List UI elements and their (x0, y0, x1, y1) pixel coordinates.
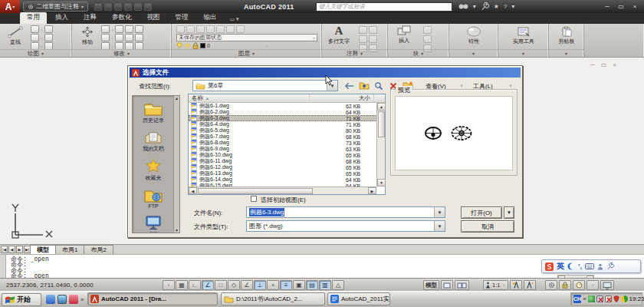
clean-screen-icon[interactable] (600, 280, 614, 290)
file-name-input[interactable]: 例题6-3.dwg ▼ (246, 206, 445, 218)
ribbon-tab-管理[interactable]: 管理 (169, 12, 196, 24)
chevron-down-icon[interactable]: ▾ (41, 35, 43, 41)
places-scrollbar[interactable]: ▲▼ (173, 96, 179, 233)
application-menu-button[interactable]: A▾ (0, 0, 20, 13)
annotation-visibility-icon[interactable] (510, 280, 522, 290)
utilities-button[interactable]: 实用工具 (506, 26, 541, 45)
mtext-tool-button[interactable]: A 多行文字 (325, 25, 353, 45)
chevron-down-icon[interactable]: ▾ (111, 44, 113, 49)
chevron-down-icon[interactable]: ▾ (111, 35, 113, 41)
ribbon-options-icon[interactable]: ▭ ▾ (230, 16, 239, 24)
ribbon-tab-常用[interactable]: 常用 (20, 12, 47, 24)
open-icon[interactable] (104, 3, 112, 11)
tool-icon[interactable] (125, 34, 133, 41)
tool-icon[interactable] (359, 35, 367, 43)
chevron-down-icon[interactable]: ▼ (459, 84, 464, 88)
osnap-toggle-icon[interactable]: □ (215, 280, 227, 290)
star-icon[interactable]: ★ (494, 3, 499, 10)
moon-icon[interactable] (567, 262, 575, 270)
layer-tool-icon[interactable] (216, 25, 225, 33)
tool-icon[interactable] (135, 25, 143, 33)
places-bar-item[interactable]: 收藏夹 (133, 156, 174, 184)
wrench-icon[interactable] (481, 2, 489, 11)
block-panel-footer[interactable]: 块▾ (388, 49, 449, 57)
open-options-button[interactable]: ▼ (504, 206, 514, 219)
up-folder-icon[interactable] (357, 80, 370, 91)
restore-button[interactable]: ▭ (616, 3, 626, 11)
scroll-down-icon[interactable]: ▼ (377, 179, 386, 187)
annotation-monitor-toggle-icon[interactable]: △ (332, 280, 344, 290)
layer-color-swatch[interactable] (200, 43, 205, 48)
taskbar-task[interactable]: AutoCAD_2011实例教... (327, 292, 390, 305)
search-icon[interactable] (372, 80, 385, 91)
file-list-horizontal-scrollbar[interactable]: ◀ ▶ (189, 187, 376, 194)
tool-icon[interactable] (31, 34, 39, 41)
open-button[interactable]: 打开(O) (461, 206, 502, 219)
performance-tuner-icon[interactable] (573, 280, 585, 290)
dropdown-icon[interactable]: ▾ (511, 3, 514, 10)
english-mode-label[interactable]: 英 (557, 261, 564, 272)
polar-toggle-icon[interactable]: ∠ (202, 280, 214, 290)
annotation-scale-button[interactable]: 1:1 ▼ (483, 280, 508, 290)
punctuation-icon[interactable]: ’, (578, 262, 582, 270)
workspace-switcher[interactable]: 二维草图与注释 ▾ (23, 2, 88, 12)
ducs-toggle-icon[interactable]: ⊥ (254, 280, 266, 290)
security-shield-icon[interactable] (613, 295, 619, 302)
help-icon[interactable]: ? (504, 3, 507, 10)
layer-tool-icon[interactable] (196, 25, 205, 33)
bulb-icon[interactable] (176, 42, 182, 49)
column-header-size[interactable]: 大小 (310, 94, 374, 102)
wrench-icon[interactable] (606, 262, 614, 270)
properties-panel-footer[interactable]: ▾ (449, 49, 498, 57)
layout-tab-布局2[interactable]: 布局2 (84, 245, 113, 254)
scrollbar-thumb[interactable] (198, 188, 313, 194)
minimize-button[interactable]: ─ (603, 3, 612, 11)
snap-toggle-icon[interactable]: ▫ (163, 280, 175, 290)
chevron-down-icon[interactable]: ▾ (41, 27, 43, 32)
chevron-down-icon[interactable]: ▼ (434, 221, 445, 231)
model-space-button[interactable]: 模型 (423, 280, 439, 290)
column-header-name[interactable]: 名称▲ (189, 94, 310, 102)
look-in-combo[interactable]: 第6章 ▼ (192, 80, 338, 91)
cancel-button[interactable]: 取消 (461, 220, 514, 233)
scroll-up-icon[interactable]: ▲ (175, 96, 179, 101)
antivirus-tray-icon[interactable] (588, 295, 595, 302)
layer-tool-icon[interactable] (176, 25, 185, 33)
new-icon[interactable] (94, 3, 102, 11)
lock-icon[interactable] (192, 42, 199, 49)
places-bar-item[interactable]: 历史记录 (133, 99, 174, 127)
quick-launch-browser-icon[interactable] (46, 295, 55, 304)
ribbon-tab-注释[interactable]: 注释 (77, 12, 104, 24)
clipboard-button[interactable]: 剪贴板 (552, 26, 581, 45)
tool-icon[interactable] (369, 26, 377, 34)
update-tray-icon[interactable] (621, 295, 628, 302)
quick-view-drawings-icon[interactable] (455, 280, 469, 290)
scroll-left-icon[interactable]: ◀ (189, 187, 197, 194)
transparency-toggle-icon[interactable]: ▣ (293, 280, 305, 290)
ribbon-tab-参数化[interactable]: 参数化 (105, 12, 139, 24)
file-type-combo[interactable]: 图形 (*.dwg) ▼ (246, 220, 445, 232)
tool-icon[interactable] (31, 25, 39, 33)
layer-tool-icon[interactable] (186, 25, 195, 33)
layout-nav-next-icon[interactable]: ▶ (16, 246, 23, 253)
chevron-down-icon[interactable]: ▼ (508, 84, 513, 88)
binoculars-icon[interactable] (458, 3, 468, 10)
utilities-panel-footer[interactable]: ▾ (498, 49, 548, 57)
device-error-icon[interactable] (605, 295, 612, 302)
layout-nav-first-icon[interactable]: |◀ (1, 246, 8, 253)
command-window-grip[interactable] (0, 255, 6, 278)
back-icon[interactable] (343, 80, 356, 91)
layout-tab-模型[interactable]: 模型 (30, 245, 56, 254)
close-button[interactable]: × (613, 61, 616, 68)
quick-view-layouts-icon[interactable] (441, 280, 453, 290)
ribbon-tab-输出[interactable]: 输出 (197, 12, 224, 24)
tool-icon[interactable] (135, 34, 143, 41)
sogou-input-icon[interactable] (545, 262, 554, 271)
layer-tool-icon[interactable] (236, 25, 245, 33)
tool-icon[interactable] (44, 25, 53, 33)
properties-button[interactable]: 特性 (460, 26, 488, 45)
otrack-toggle-icon[interactable]: ∠ (241, 280, 253, 290)
scroll-right-icon[interactable]: ▶ (368, 187, 376, 194)
save-icon[interactable] (114, 3, 122, 11)
scroll-up-icon[interactable]: ▲ (377, 103, 386, 111)
